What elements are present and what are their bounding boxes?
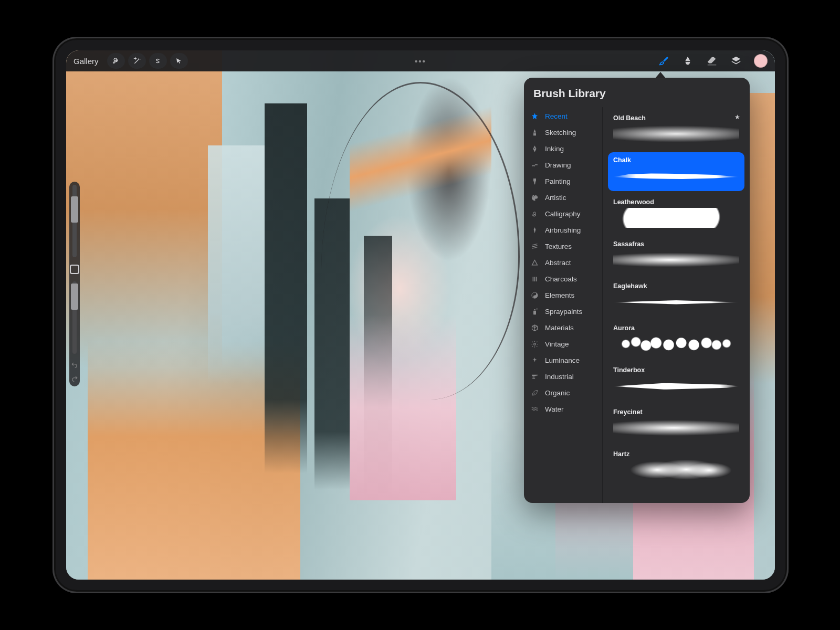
brush-leatherwood[interactable]: Leatherwood xyxy=(608,194,744,233)
category-inking[interactable]: Inking xyxy=(524,141,602,157)
brush-name: Old Beach xyxy=(613,114,739,122)
star-icon: ★ xyxy=(734,113,740,121)
brush-tinderbox[interactable]: Tinderbox xyxy=(608,362,744,401)
brush-name: Aurora xyxy=(613,324,739,332)
category-label: Painting xyxy=(545,177,571,185)
cube-icon xyxy=(530,323,539,332)
category-luminance[interactable]: Luminance xyxy=(524,352,602,369)
category-industrial[interactable]: Industrial xyxy=(524,369,602,385)
brush-library-popover: Brush Library RecentSketchingInkingDrawi… xyxy=(524,78,750,503)
brush-name: Eaglehawk xyxy=(613,282,739,290)
anvil-icon xyxy=(530,372,539,381)
svg-point-3 xyxy=(536,309,537,309)
popover-title: Brush Library xyxy=(524,78,750,107)
category-label: Elements xyxy=(545,291,574,299)
yinyang-icon xyxy=(530,291,539,300)
brush-name: Freycinet xyxy=(613,408,739,416)
eraser-tool-button[interactable] xyxy=(706,55,718,67)
wrench-icon xyxy=(111,56,121,66)
brush-hartz[interactable]: Hartz xyxy=(608,446,744,485)
category-label: Charcoals xyxy=(545,275,577,283)
modify-button[interactable] xyxy=(70,265,79,274)
sparkle-icon xyxy=(530,356,539,365)
category-materials[interactable]: Materials xyxy=(524,320,602,336)
brush-preview xyxy=(613,376,739,396)
gear-icon xyxy=(530,340,539,349)
category-artistic[interactable]: Artistic xyxy=(524,190,602,206)
side-rail xyxy=(69,182,80,386)
selection-button[interactable] xyxy=(149,53,167,69)
category-list: RecentSketchingInkingDrawingPaintingArti… xyxy=(524,107,603,503)
adjustments-button[interactable] xyxy=(128,53,146,69)
hatch-icon xyxy=(530,242,539,251)
squiggle-icon xyxy=(530,161,539,170)
brush-size-slider[interactable] xyxy=(72,185,77,257)
bars-icon xyxy=(530,275,539,284)
category-label: Vintage xyxy=(545,340,569,348)
star-icon xyxy=(530,112,539,121)
ellipsis-icon[interactable]: ••• xyxy=(415,57,426,66)
brush-preview xyxy=(613,460,739,480)
category-charcoals[interactable]: Charcoals xyxy=(524,271,602,287)
brush-chalk[interactable]: Chalk xyxy=(608,152,744,191)
svg-rect-1 xyxy=(533,311,536,315)
category-vintage[interactable]: Vintage xyxy=(524,336,602,352)
brush-name: Hartz xyxy=(613,450,739,458)
category-water[interactable]: Water xyxy=(524,401,602,417)
transform-button[interactable] xyxy=(170,53,188,69)
category-label: Airbrushing xyxy=(545,226,581,234)
category-label: Spraypaints xyxy=(545,308,582,316)
category-label: Textures xyxy=(545,243,572,250)
top-toolbar: Gallery xyxy=(66,50,775,71)
brush-name: Sassafras xyxy=(613,240,739,248)
category-abstract[interactable]: Abstract xyxy=(524,255,602,271)
triangle-icon xyxy=(530,258,539,267)
screen: Gallery xyxy=(66,50,775,580)
svg-point-6 xyxy=(534,343,536,345)
actions-button[interactable] xyxy=(107,53,125,69)
category-label: Organic xyxy=(545,389,570,397)
palette-icon xyxy=(530,193,539,202)
airbrush-icon xyxy=(530,226,539,235)
brush-list: Old Beach★ChalkLeatherwoodSassafrasEagle… xyxy=(603,107,750,503)
brush-preview xyxy=(613,334,739,354)
brush-opacity-thumb[interactable] xyxy=(71,284,78,310)
brush-opacity-slider[interactable] xyxy=(72,281,77,354)
nib-icon xyxy=(530,144,539,153)
category-label: Water xyxy=(545,405,564,413)
layers-button[interactable] xyxy=(730,55,742,67)
ipad-frame: Gallery xyxy=(52,37,789,593)
pencil-tip-icon xyxy=(530,128,539,137)
brush-old-beach[interactable]: Old Beach★ xyxy=(608,110,744,149)
category-spraypaints[interactable]: Spraypaints xyxy=(524,303,602,320)
category-painting[interactable]: Painting xyxy=(524,173,602,190)
category-label: Calligraphy xyxy=(545,210,581,218)
gallery-button[interactable]: Gallery xyxy=(74,57,99,66)
category-airbrushing[interactable]: Airbrushing xyxy=(524,222,602,238)
color-picker-button[interactable] xyxy=(754,54,768,68)
category-label: Materials xyxy=(545,324,574,332)
smudge-tool-button[interactable] xyxy=(681,55,694,67)
brush-eaglehawk[interactable]: Eaglehawk xyxy=(608,278,744,317)
category-elements[interactable]: Elements xyxy=(524,287,602,303)
category-recent[interactable]: Recent xyxy=(524,108,602,124)
brush-name: Leatherwood xyxy=(613,198,739,206)
brush-preview xyxy=(613,208,739,228)
brush-size-thumb[interactable] xyxy=(71,196,78,223)
brush-freycinet[interactable]: Freycinet xyxy=(608,404,744,443)
brush-aurora[interactable]: Aurora xyxy=(608,320,744,359)
category-sketching[interactable]: Sketching xyxy=(524,124,602,141)
spraycan-icon xyxy=(530,307,539,316)
waves-icon xyxy=(530,405,539,414)
brush-sassafras[interactable]: Sassafras xyxy=(608,236,744,275)
svg-point-4 xyxy=(537,309,537,310)
brush-name: Tinderbox xyxy=(613,366,739,374)
undo-button[interactable] xyxy=(69,360,80,370)
category-textures[interactable]: Textures xyxy=(524,238,602,255)
brush-tool-button[interactable] xyxy=(657,55,670,67)
redo-button[interactable] xyxy=(69,374,80,383)
category-calligraphy[interactable]: Calligraphy xyxy=(524,206,602,222)
brush-preview xyxy=(613,166,739,186)
category-organic[interactable]: Organic xyxy=(524,385,602,401)
category-drawing[interactable]: Drawing xyxy=(524,157,602,173)
